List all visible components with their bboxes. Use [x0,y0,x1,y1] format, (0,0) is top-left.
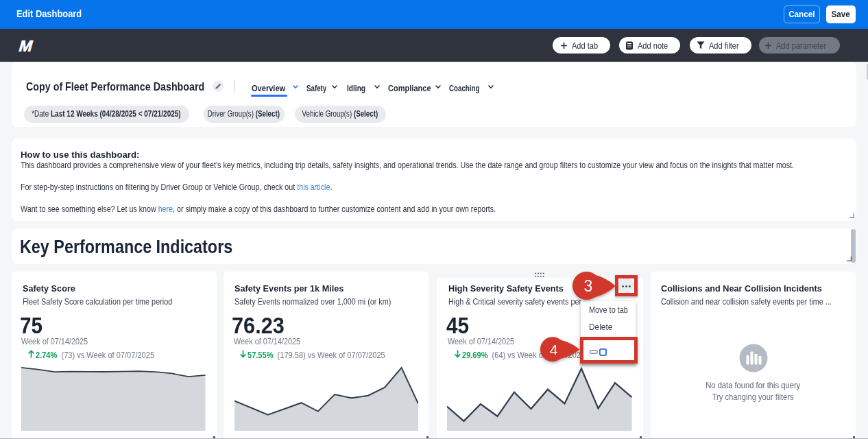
svg-text:4: 4 [550,342,558,357]
svg-text:3: 3 [584,277,593,295]
